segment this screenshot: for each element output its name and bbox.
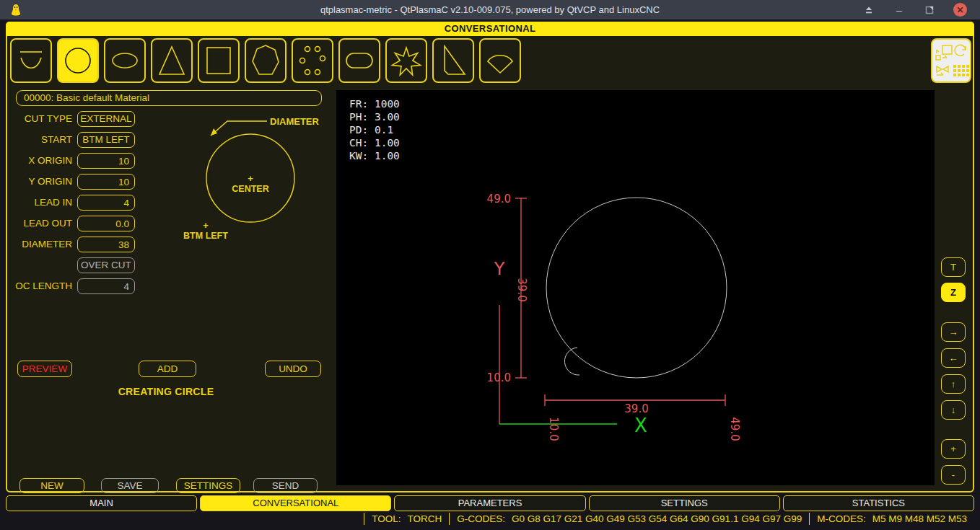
gusset-icon: [436, 42, 471, 79]
start-button[interactable]: BTM LEFT: [77, 132, 135, 148]
zoom-in-button[interactable]: +: [941, 439, 966, 459]
center-marker: +: [248, 173, 253, 184]
tool-status: TOOL: TORCH: [364, 513, 449, 525]
shape-sector-button[interactable]: [479, 38, 521, 83]
dim-x-right: 49.0: [728, 417, 741, 441]
shape-rectangle-button[interactable]: [198, 38, 240, 83]
cut-path-circle: [546, 198, 727, 378]
y-origin-label: Y ORIGIN: [7, 174, 72, 190]
tool-label: TOOL:: [372, 513, 401, 524]
x-origin-label: X ORIGIN: [7, 153, 72, 169]
view-z-button[interactable]: Z: [941, 283, 966, 302]
array-icon: [953, 65, 969, 76]
shape-gusset-button[interactable]: [432, 38, 474, 83]
close-window-icon[interactable]: ✕: [953, 3, 967, 17]
polygon-icon: [248, 42, 283, 79]
diameter-input[interactable]: [77, 237, 135, 252]
mirror-icon: [937, 66, 948, 75]
line-icon: [14, 42, 48, 79]
lead-in-arc: [564, 348, 579, 375]
y-axis-label: Y: [494, 259, 505, 279]
tab-main[interactable]: MAIN: [6, 495, 197, 511]
restore-window-icon[interactable]: [923, 4, 936, 17]
view-top-button[interactable]: T: [941, 257, 966, 277]
pan-down-button[interactable]: ↓: [941, 400, 966, 420]
gcode-preview-canvas[interactable]: FR: 1000 PH: 3.00 PD: 0.1 CH: 1.00 KW: 1…: [336, 90, 935, 485]
over-cut-button[interactable]: OVER CUT: [77, 257, 135, 273]
shape-polygon-button[interactable]: [245, 38, 286, 83]
sector-icon: [483, 42, 517, 79]
hud-line: KW: 1.00: [349, 150, 400, 162]
ellipse-icon: [108, 42, 142, 79]
page-title: CONVERSATIONAL: [6, 22, 974, 36]
new-button[interactable]: NEW: [19, 478, 84, 493]
cut-type-label: CUT TYPE: [7, 111, 72, 127]
pan-right-button[interactable]: →: [941, 322, 966, 342]
hud-line: PD: 0.1: [349, 124, 393, 136]
save-button[interactable]: SAVE: [101, 478, 159, 493]
dim-x-span: 39.0: [624, 402, 648, 415]
titlebar: qtplasmac-metric - QtPlasmaC v2.10-009.0…: [0, 0, 980, 19]
send-button[interactable]: SEND: [253, 478, 318, 493]
zoom-out-button[interactable]: -: [941, 465, 966, 485]
material-selector[interactable]: 00000: Basic default Material: [16, 90, 322, 106]
undo-button[interactable]: UNDO: [265, 361, 321, 377]
add-button[interactable]: ADD: [139, 361, 196, 377]
shape-triangle-button[interactable]: [151, 38, 193, 83]
hud-line: FR: 1000: [349, 98, 400, 110]
cut-type-button[interactable]: EXTERNAL: [77, 111, 135, 127]
center-diagram-label: CENTER: [232, 184, 268, 194]
main-tabbar: MAIN CONVERSATIONAL PARAMETERS SETTINGS …: [6, 495, 974, 511]
scale-icon: [936, 45, 952, 60]
transform-tools-button[interactable]: [931, 38, 971, 83]
mcodes-status: M-CODES: M5 M9 M48 M52 M53: [809, 513, 974, 525]
oc-length-label: OC LENGTH: [7, 278, 72, 294]
oc-length-input[interactable]: [77, 278, 135, 294]
circle-icon: [61, 42, 95, 79]
gcodes-label: G-CODES:: [457, 513, 505, 524]
shape-ellipse-button[interactable]: [104, 38, 146, 83]
mcodes-label: M-CODES:: [817, 513, 866, 524]
minimize-window-icon[interactable]: –: [893, 4, 906, 17]
x-origin-input[interactable]: [77, 153, 135, 169]
dim-x-left: 10.0: [547, 417, 560, 441]
shape-slot-button[interactable]: [338, 38, 380, 83]
diameter-label: DIAMETER: [7, 237, 72, 252]
window-title: qtplasmac-metric - QtPlasmaC v2.10-009.0…: [0, 4, 980, 15]
settings-button[interactable]: SETTINGS: [176, 478, 240, 493]
diameter-leader-line: [211, 121, 267, 136]
tool-value: TORCH: [407, 513, 442, 524]
status-text: CREATING CIRCLE: [51, 386, 281, 397]
shape-circle-button[interactable]: [57, 38, 99, 83]
pan-left-button[interactable]: ←: [941, 348, 966, 368]
shade-window-icon[interactable]: [862, 4, 875, 17]
preview-button[interactable]: PREVIEW: [17, 361, 72, 377]
tab-parameters[interactable]: PARAMETERS: [394, 495, 585, 511]
lead-out-label: LEAD OUT: [7, 216, 72, 231]
star-icon: [389, 42, 424, 79]
statusbar: TOOL: TORCH G-CODES: G0 G8 G17 G21 G40 G…: [0, 512, 974, 526]
tab-settings[interactable]: SETTINGS: [589, 495, 780, 511]
shape-line-button[interactable]: [10, 38, 52, 83]
tab-statistics[interactable]: STATISTICS: [783, 495, 974, 511]
shape-bolt-circle-button[interactable]: [292, 38, 333, 83]
window-controls: – ✕: [862, 0, 967, 19]
lead-out-input[interactable]: [77, 216, 135, 231]
btm-left-marker: +: [203, 220, 209, 231]
tab-conversational[interactable]: CONVERSATIONAL: [200, 495, 391, 511]
shape-star-button[interactable]: [385, 38, 427, 83]
gcodes-status: G-CODES: G0 G8 G17 G21 G40 G49 G53 G54 G…: [449, 513, 809, 525]
hud-line: CH: 1.00: [349, 137, 400, 149]
lead-in-label: LEAD IN: [7, 195, 72, 211]
dim-y-bottom: 10.0: [487, 371, 511, 384]
pan-up-button[interactable]: ↑: [941, 374, 966, 394]
diameter-arrowhead: [211, 128, 217, 136]
rectangle-icon: [201, 42, 236, 79]
diameter-diagram-label: DIAMETER: [270, 116, 320, 127]
lead-in-input[interactable]: [77, 195, 135, 211]
y-origin-input[interactable]: [77, 174, 135, 190]
btm-left-diagram-label: BTM LEFT: [183, 231, 228, 241]
hud-line: PH: 3.00: [349, 111, 400, 123]
shape-help-diagram: DIAMETER + CENTER + BTM LEFT: [180, 110, 333, 251]
dim-y-top: 49.0: [487, 193, 511, 206]
